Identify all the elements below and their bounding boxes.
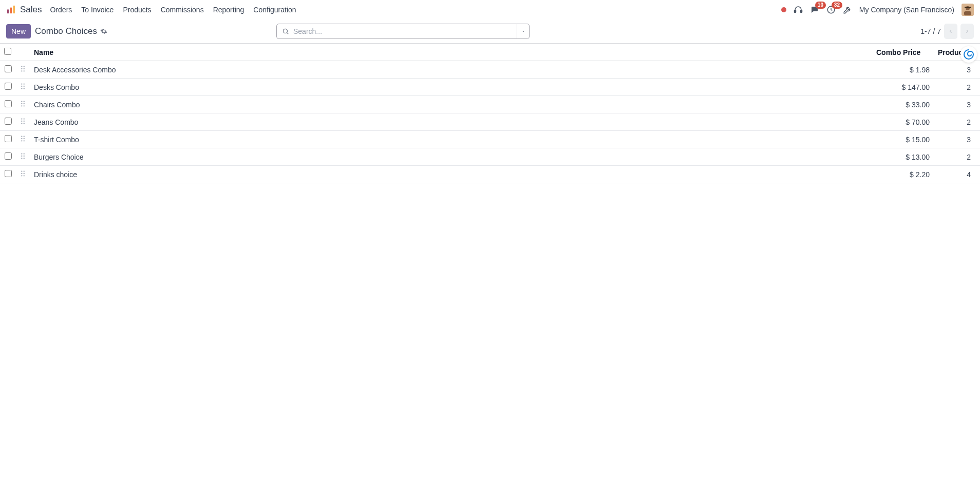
nav-link-to-invoice[interactable]: To Invoice xyxy=(81,6,114,14)
nav-link-products[interactable]: Products xyxy=(123,6,151,14)
row-checkbox-cell xyxy=(0,166,16,183)
drag-handle-icon[interactable] xyxy=(16,131,30,148)
row-checkbox[interactable] xyxy=(5,152,12,160)
svg-point-21 xyxy=(21,88,22,89)
svg-point-15 xyxy=(21,70,22,71)
row-checkbox[interactable] xyxy=(5,170,12,177)
table-row[interactable]: Jeans Combo$ 70.002 xyxy=(0,113,980,131)
row-checkbox-cell xyxy=(0,96,16,113)
svg-rect-4 xyxy=(800,10,802,12)
svg-point-48 xyxy=(24,170,25,171)
status-dot-icon[interactable] xyxy=(781,7,786,12)
header-handle xyxy=(16,44,30,61)
nav-link-commissions[interactable]: Commissions xyxy=(161,6,204,14)
gear-icon[interactable] xyxy=(100,28,107,35)
nav-link-reporting[interactable]: Reporting xyxy=(213,6,244,14)
table-row[interactable]: Drinks choice$ 2.204 xyxy=(0,166,980,183)
new-button[interactable]: New xyxy=(6,24,31,39)
row-checkbox[interactable] xyxy=(5,135,12,142)
cell-name[interactable]: Desks Combo xyxy=(30,79,872,96)
svg-point-33 xyxy=(21,123,22,124)
drag-handle-icon[interactable] xyxy=(16,79,30,96)
svg-point-41 xyxy=(21,153,22,154)
svg-point-49 xyxy=(21,173,22,174)
search-input[interactable] xyxy=(293,27,512,35)
chat-button[interactable]: 10 xyxy=(810,5,819,14)
activity-button[interactable]: 32 xyxy=(826,5,836,14)
nav-link-orders[interactable]: Orders xyxy=(50,6,72,14)
cell-name[interactable]: Desk Accessories Combo xyxy=(30,61,872,79)
cell-name[interactable]: Drinks choice xyxy=(30,166,872,183)
header-combo-price[interactable]: Combo Price xyxy=(872,44,934,61)
cell-combo-price[interactable]: $ 147.00 xyxy=(872,79,934,96)
cell-product-count[interactable]: 2 xyxy=(934,79,980,96)
svg-point-13 xyxy=(21,68,22,69)
header-checkbox-cell xyxy=(0,44,16,61)
cell-name[interactable]: Chairs Combo xyxy=(30,96,872,113)
svg-point-43 xyxy=(21,156,22,157)
row-checkbox[interactable] xyxy=(5,65,12,72)
svg-rect-3 xyxy=(794,10,796,12)
pager: 1-7 / 7 xyxy=(920,24,974,39)
nav-links: Orders To Invoice Products Commissions R… xyxy=(50,6,296,14)
table-row[interactable]: Chairs Combo$ 33.003 xyxy=(0,96,980,113)
svg-point-38 xyxy=(24,138,25,139)
cell-combo-price[interactable]: $ 13.00 xyxy=(872,148,934,166)
row-checkbox-cell xyxy=(0,148,16,166)
cell-combo-price[interactable]: $ 33.00 xyxy=(872,96,934,113)
cell-product-count[interactable]: 2 xyxy=(934,148,980,166)
cell-product-count[interactable]: 4 xyxy=(934,166,980,183)
cell-product-count[interactable]: 2 xyxy=(934,113,980,131)
svg-point-11 xyxy=(21,66,22,67)
header-name[interactable]: Name xyxy=(30,44,872,61)
cell-combo-price[interactable]: $ 15.00 xyxy=(872,131,934,148)
pager-text[interactable]: 1-7 / 7 xyxy=(920,27,941,35)
pager-next-button[interactable] xyxy=(960,24,974,39)
table-row[interactable]: Desks Combo$ 147.002 xyxy=(0,79,980,96)
cell-product-count[interactable]: 3 xyxy=(934,96,980,113)
pager-prev-button[interactable] xyxy=(944,24,957,39)
headset-icon[interactable] xyxy=(794,5,803,14)
page-title-text: Combo Choices xyxy=(35,26,97,36)
search-box[interactable] xyxy=(276,24,517,39)
table-row[interactable]: Desk Accessories Combo$ 1.983 xyxy=(0,61,980,79)
drag-handle-icon[interactable] xyxy=(16,166,30,183)
ai-swirl-button[interactable] xyxy=(960,46,977,63)
cell-combo-price[interactable]: $ 70.00 xyxy=(872,113,934,131)
cell-product-count[interactable]: 3 xyxy=(934,61,980,79)
svg-point-51 xyxy=(21,175,22,176)
svg-point-23 xyxy=(21,101,22,102)
search-options-toggle[interactable] xyxy=(517,24,530,39)
svg-rect-2 xyxy=(13,6,15,13)
table-row[interactable]: T-shirt Combo$ 15.003 xyxy=(0,131,980,148)
cell-name[interactable]: T-shirt Combo xyxy=(30,131,872,148)
svg-rect-0 xyxy=(7,10,9,14)
drag-handle-icon[interactable] xyxy=(16,96,30,113)
cell-combo-price[interactable]: $ 1.98 xyxy=(872,61,934,79)
search-icon xyxy=(282,28,289,35)
svg-point-39 xyxy=(21,140,22,141)
cell-name[interactable]: Jeans Combo xyxy=(30,113,872,131)
row-checkbox[interactable] xyxy=(5,83,12,90)
app-name[interactable]: Sales xyxy=(20,5,42,15)
combo-table: Name Combo Price Product ... Desk Access… xyxy=(0,43,980,183)
company-switcher[interactable]: My Company (San Francisco) xyxy=(859,6,954,14)
row-checkbox[interactable] xyxy=(5,100,12,107)
user-avatar[interactable] xyxy=(962,4,974,16)
drag-handle-icon[interactable] xyxy=(16,113,30,131)
debug-icon[interactable] xyxy=(843,5,852,14)
drag-handle-icon[interactable] xyxy=(16,61,30,79)
nav-link-configuration[interactable]: Configuration xyxy=(253,6,296,14)
cell-name[interactable]: Burgers Choice xyxy=(30,148,872,166)
svg-point-35 xyxy=(21,136,22,137)
row-checkbox[interactable] xyxy=(5,118,12,125)
cell-product-count[interactable]: 3 xyxy=(934,131,980,148)
page-title: Combo Choices xyxy=(35,26,107,36)
select-all-checkbox[interactable] xyxy=(4,48,11,55)
row-checkbox-cell xyxy=(0,113,16,131)
app-logo-icon[interactable] xyxy=(6,5,16,14)
cell-combo-price[interactable]: $ 2.20 xyxy=(872,166,934,183)
chat-badge: 10 xyxy=(815,2,826,9)
table-row[interactable]: Burgers Choice$ 13.002 xyxy=(0,148,980,166)
drag-handle-icon[interactable] xyxy=(16,148,30,166)
